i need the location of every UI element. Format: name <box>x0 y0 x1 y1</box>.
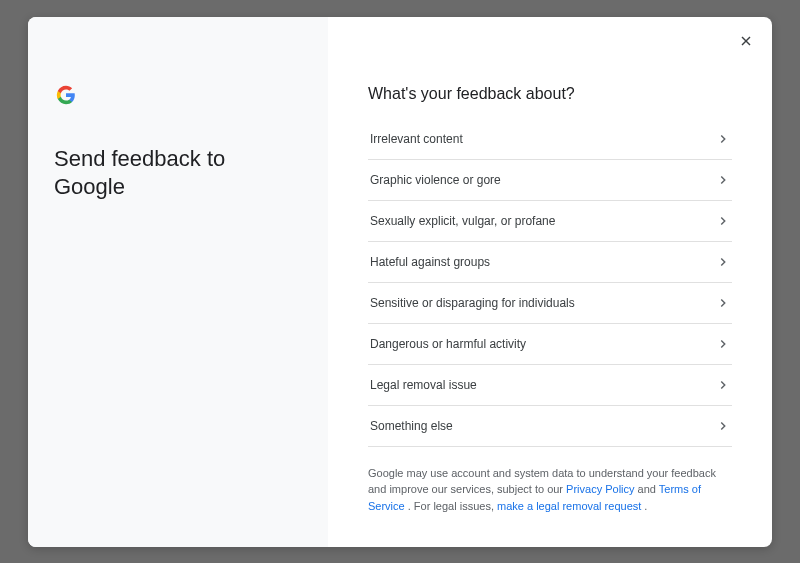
option-legal-removal[interactable]: Legal removal issue <box>368 365 732 406</box>
left-panel: Send feedback to Google <box>28 17 328 547</box>
option-label: Sensitive or disparaging for individuals <box>370 296 575 310</box>
chevron-right-icon <box>716 255 730 269</box>
option-label: Graphic violence or gore <box>370 173 501 187</box>
footer-disclaimer: Google may use account and system data t… <box>368 465 732 515</box>
option-graphic-violence[interactable]: Graphic violence or gore <box>368 160 732 201</box>
option-sexually-explicit[interactable]: Sexually explicit, vulgar, or profane <box>368 201 732 242</box>
option-something-else[interactable]: Something else <box>368 406 732 447</box>
chevron-right-icon <box>716 419 730 433</box>
option-label: Hateful against groups <box>370 255 490 269</box>
close-icon <box>738 33 754 53</box>
option-label: Sexually explicit, vulgar, or profane <box>370 214 555 228</box>
page-title: Send feedback to Google <box>54 145 302 202</box>
chevron-right-icon <box>716 132 730 146</box>
chevron-right-icon <box>716 296 730 310</box>
right-panel: What's your feedback about? Irrelevant c… <box>328 17 772 547</box>
google-logo-icon <box>56 85 76 105</box>
feedback-options-list: Irrelevant content Graphic violence or g… <box>368 119 732 447</box>
close-button[interactable] <box>734 31 758 55</box>
option-label: Legal removal issue <box>370 378 477 392</box>
legal-removal-link[interactable]: make a legal removal request <box>497 500 641 512</box>
option-irrelevant-content[interactable]: Irrelevant content <box>368 119 732 160</box>
option-hateful-groups[interactable]: Hateful against groups <box>368 242 732 283</box>
section-title: What's your feedback about? <box>368 85 732 103</box>
option-label: Dangerous or harmful activity <box>370 337 526 351</box>
chevron-right-icon <box>716 378 730 392</box>
chevron-right-icon <box>716 173 730 187</box>
option-label: Something else <box>370 419 453 433</box>
option-label: Irrelevant content <box>370 132 463 146</box>
chevron-right-icon <box>716 337 730 351</box>
chevron-right-icon <box>716 214 730 228</box>
option-dangerous-activity[interactable]: Dangerous or harmful activity <box>368 324 732 365</box>
privacy-policy-link[interactable]: Privacy Policy <box>566 483 634 495</box>
feedback-dialog: Send feedback to Google What's your feed… <box>28 17 772 547</box>
option-disparaging-individuals[interactable]: Sensitive or disparaging for individuals <box>368 283 732 324</box>
